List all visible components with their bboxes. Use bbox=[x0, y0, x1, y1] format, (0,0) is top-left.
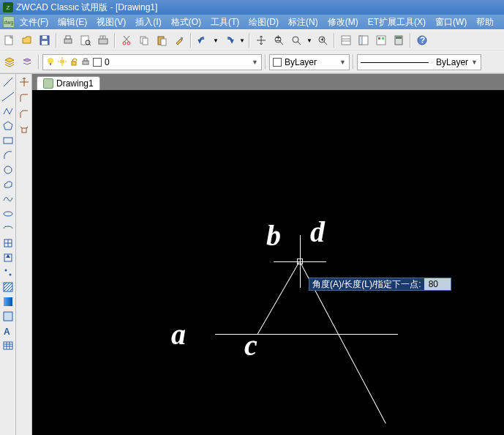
tab-drawing1[interactable]: Drawing1 bbox=[37, 76, 100, 90]
menu-view[interactable]: 视图(V) bbox=[92, 15, 130, 30]
redo-button[interactable] bbox=[221, 32, 237, 48]
block-tool[interactable] bbox=[1, 237, 15, 250]
pan-button[interactable] bbox=[253, 32, 269, 48]
svg-line-77 bbox=[20, 127, 22, 128]
layer-color-swatch bbox=[93, 58, 102, 67]
xline-tool[interactable] bbox=[1, 90, 15, 103]
svg-rect-2 bbox=[42, 36, 47, 39]
svg-rect-53 bbox=[4, 138, 12, 144]
revcloud-tool[interactable] bbox=[1, 178, 15, 191]
svg-rect-4 bbox=[64, 39, 72, 43]
linetype-preview bbox=[361, 62, 429, 63]
undo-dd[interactable]: ▼ bbox=[212, 32, 219, 48]
rect-tool[interactable] bbox=[1, 134, 15, 147]
chamfer-tool[interactable] bbox=[18, 108, 31, 121]
svg-line-15 bbox=[124, 36, 129, 42]
chevron-down-icon: ▼ bbox=[471, 59, 478, 66]
copy-button[interactable] bbox=[136, 32, 152, 48]
ellipse-tool[interactable] bbox=[1, 207, 15, 220]
gradient-tool[interactable] bbox=[1, 295, 15, 308]
chevron-down-icon: ▼ bbox=[252, 59, 258, 66]
zoom-win-button[interactable] bbox=[288, 32, 304, 48]
layer-toolbar: 0 ▼ ByLayer ▼ ByLayer ▼ bbox=[0, 51, 504, 73]
insert-tool[interactable] bbox=[1, 251, 15, 264]
svg-rect-35 bbox=[382, 37, 384, 40]
new-button[interactable] bbox=[1, 32, 18, 48]
menu-edit[interactable]: 编辑(E) bbox=[53, 15, 91, 30]
separator-icon bbox=[190, 33, 192, 48]
svg-rect-69 bbox=[4, 312, 12, 321]
calc-button[interactable] bbox=[391, 32, 407, 48]
match-button[interactable] bbox=[171, 32, 187, 48]
menu-window[interactable]: 窗口(W) bbox=[431, 15, 471, 30]
arc-tool[interactable] bbox=[1, 149, 15, 162]
menu-help[interactable]: 帮助 bbox=[472, 15, 498, 30]
svg-point-55 bbox=[4, 212, 12, 216]
drawing-canvas[interactable]: a b c d 角度(A)/长度(L)/指定下一点: 80 bbox=[32, 90, 504, 435]
svg-line-14 bbox=[124, 36, 129, 42]
prompt-value-input[interactable]: 80 bbox=[424, 278, 451, 290]
svg-line-8 bbox=[89, 44, 91, 45]
color-combo[interactable]: ByLayer ▼ bbox=[269, 54, 350, 70]
move-tool[interactable] bbox=[18, 75, 31, 89]
prop-button[interactable] bbox=[338, 32, 354, 48]
menu-insert[interactable]: 插入(I) bbox=[131, 15, 165, 30]
layer-combo[interactable]: 0 ▼ bbox=[42, 54, 262, 70]
line-tool[interactable] bbox=[1, 75, 15, 89]
pline-tool[interactable] bbox=[1, 105, 15, 118]
svg-line-63 bbox=[4, 283, 7, 286]
svg-rect-37 bbox=[396, 37, 402, 39]
menu-tools[interactable]: 工具(T) bbox=[206, 15, 244, 30]
cut-button[interactable] bbox=[119, 32, 135, 48]
dcenter-button[interactable] bbox=[356, 32, 372, 48]
hatch-tool[interactable] bbox=[1, 280, 15, 294]
open-button[interactable] bbox=[19, 32, 35, 48]
menu-modify[interactable]: 修改(M) bbox=[323, 15, 363, 30]
table-tool[interactable] bbox=[1, 339, 15, 352]
layer-states-button[interactable] bbox=[19, 54, 35, 70]
tpalette-button[interactable] bbox=[373, 32, 389, 48]
layer-mgr-button[interactable] bbox=[1, 54, 18, 70]
menu-et[interactable]: ET扩展工具(X) bbox=[364, 15, 430, 30]
circle-tool[interactable] bbox=[1, 163, 15, 176]
publish-button[interactable] bbox=[95, 32, 111, 48]
preview-button[interactable] bbox=[78, 32, 94, 48]
menu-format[interactable]: 格式(O) bbox=[167, 15, 206, 30]
point-tool[interactable] bbox=[1, 266, 15, 279]
menu-file[interactable]: 文件(F) bbox=[15, 15, 53, 30]
zoom-prev-button[interactable] bbox=[315, 32, 331, 48]
lock-open-icon bbox=[69, 57, 78, 68]
region-tool[interactable] bbox=[1, 310, 15, 323]
explode-tool[interactable] bbox=[18, 124, 31, 137]
ellipse-arc-tool[interactable] bbox=[1, 222, 15, 235]
svg-rect-47 bbox=[72, 62, 76, 65]
svg-rect-33 bbox=[377, 36, 385, 45]
save-button[interactable] bbox=[37, 32, 53, 48]
crosshair-pickbox bbox=[297, 259, 303, 264]
fillet-tool[interactable] bbox=[18, 92, 31, 105]
chevron-down-icon: ▼ bbox=[339, 59, 346, 66]
menu-dim[interactable]: 标注(N) bbox=[284, 15, 323, 30]
menu-draw[interactable]: 绘图(D) bbox=[244, 15, 283, 30]
linetype-combo[interactable]: ByLayer ▼ bbox=[357, 54, 481, 70]
sun-icon bbox=[58, 57, 67, 68]
svg-line-50 bbox=[4, 78, 12, 86]
separator-icon bbox=[265, 55, 266, 70]
polygon-tool[interactable] bbox=[1, 119, 15, 133]
undo-button[interactable] bbox=[195, 32, 211, 48]
separator-icon bbox=[114, 33, 116, 48]
dwg-icon bbox=[43, 78, 53, 89]
window-title: ZWCAD Classic 试用版 - [Drawing1] bbox=[16, 1, 157, 14]
paste-button[interactable] bbox=[154, 32, 170, 48]
svg-point-24 bbox=[293, 37, 298, 42]
redo-dd[interactable]: ▼ bbox=[238, 32, 246, 48]
help-button[interactable]: ? bbox=[414, 32, 430, 48]
spline-tool[interactable] bbox=[1, 193, 15, 206]
svg-line-51 bbox=[2, 92, 14, 101]
svg-rect-28 bbox=[342, 36, 350, 45]
print-button[interactable] bbox=[60, 32, 76, 48]
annotation-d: d bbox=[310, 215, 325, 249]
zoom-rt-button[interactable]: ± bbox=[271, 32, 287, 48]
mtext-tool[interactable]: A bbox=[1, 324, 15, 338]
zoom-dd[interactable]: ▼ bbox=[306, 32, 313, 48]
